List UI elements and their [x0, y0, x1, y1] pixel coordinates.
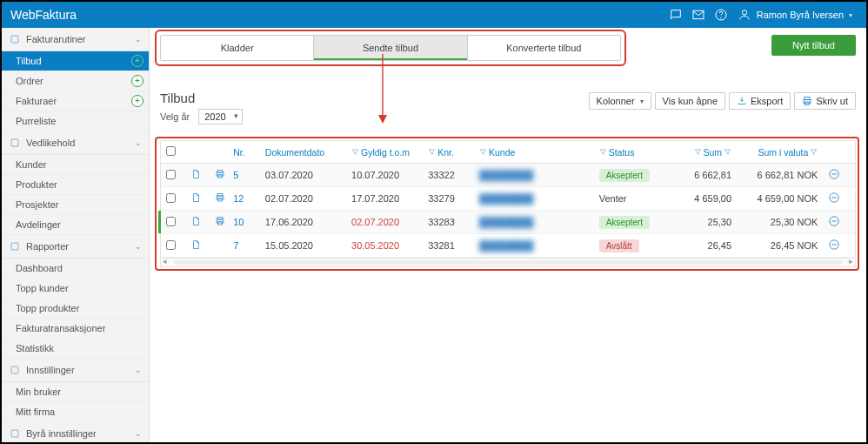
col-status[interactable]: Status — [599, 147, 664, 158]
row-checkbox[interactable] — [166, 240, 176, 250]
export-button[interactable]: Eksport — [729, 92, 791, 110]
sidebar-item-fakturatransaksjoner[interactable]: Fakturatransaksjoner — [2, 319, 149, 339]
cell-nr[interactable]: 12 — [233, 193, 265, 204]
cell-kunde: ████████ — [479, 240, 599, 251]
col-knr[interactable]: Knr. — [428, 147, 479, 158]
svg-rect-5 — [11, 139, 18, 146]
cell-sum: 25,30 — [664, 217, 731, 227]
sidebar-section-byrå-innstillinger[interactable]: Byrå innstillinger⌄ — [2, 422, 149, 444]
chat-icon[interactable] — [664, 3, 687, 26]
sidebar-item-label: Statistikk — [16, 343, 54, 353]
sidebar-item-label: Produkter — [16, 179, 57, 190]
sidebar-section-fakturarutiner[interactable]: Fakturarutiner⌄ — [2, 28, 149, 51]
row-action-icon[interactable] — [818, 215, 850, 229]
new-tilbud-button[interactable]: Nytt tilbud — [771, 35, 856, 56]
horizontal-scrollbar[interactable] — [160, 259, 856, 267]
row-checkbox[interactable] — [166, 170, 176, 179]
row-checkbox[interactable] — [166, 217, 176, 226]
table-row[interactable]: 503.07.202010.07.202033322████████Aksept… — [161, 164, 855, 187]
col-gyldig[interactable]: Gyldig t.o.m — [351, 147, 428, 158]
print-button[interactable]: Skriv ut — [794, 92, 856, 110]
cell-nr[interactable]: 7 — [233, 240, 265, 251]
cell-nr[interactable]: 5 — [233, 170, 265, 180]
sidebar-section-rapporter[interactable]: Rapporter⌄ — [2, 235, 149, 259]
user-menu[interactable]: Ramon Byrå Iversen ▾ — [732, 8, 858, 22]
cell-sum: 26,45 — [664, 240, 731, 251]
cell-dokumentdato: 17.06.2020 — [265, 217, 351, 227]
columns-button[interactable]: Kolonner▾ — [589, 92, 651, 110]
print-icon[interactable] — [206, 169, 233, 181]
mail-icon[interactable] — [687, 3, 710, 26]
sidebar-item-topp-kunder[interactable]: Topp kunder — [2, 279, 149, 299]
sidebar-section-innstillinger[interactable]: Innstillinger⌄ — [2, 359, 149, 382]
sidebar-item-tilbud[interactable]: Tilbud+ — [2, 51, 149, 71]
app-title: WebFaktura — [10, 8, 77, 22]
col-dokumentdato[interactable]: Dokumentdato — [265, 147, 351, 158]
year-label: Velg år — [160, 111, 190, 122]
sidebar-item-kunder[interactable]: Kunder — [2, 155, 149, 175]
document-icon[interactable] — [185, 169, 206, 181]
sidebar-item-min-bruker[interactable]: Min bruker — [2, 382, 149, 402]
sidebar-item-label: Mitt firma — [16, 407, 55, 417]
sidebar-item-mitt-firma[interactable]: Mitt firma — [2, 402, 149, 422]
row-action-icon[interactable] — [818, 168, 850, 182]
sidebar-item-produkter[interactable]: Produkter — [2, 175, 149, 195]
sidebar-item-label: Fakturaer — [16, 96, 57, 106]
sidebar-item-dashboard[interactable]: Dashboard — [2, 259, 149, 279]
print-icon[interactable] — [206, 192, 233, 205]
plus-icon[interactable]: + — [131, 75, 144, 87]
cell-gyldig: 30.05.2020 — [351, 240, 428, 251]
plus-icon[interactable]: + — [131, 55, 144, 67]
grid-toolbar: Kolonner▾ Vis kun åpne Eksport Skriv ut — [589, 92, 856, 110]
invoice-icon — [9, 33, 21, 45]
sidebar-item-fakturaer[interactable]: Fakturaer+ — [2, 91, 149, 111]
sidebar-item-label: Tilbud — [16, 56, 42, 66]
cell-sum: 4 659,00 — [664, 193, 731, 204]
sidebar-section-vedlikehold[interactable]: Vedlikehold⌄ — [2, 131, 149, 155]
sidebar-item-statistikk[interactable]: Statistikk — [2, 339, 149, 359]
main-content: Kladder Sendte tilbud Konverterte tilbud… — [150, 28, 866, 442]
cell-nr[interactable]: 10 — [233, 217, 265, 227]
row-action-icon[interactable] — [818, 192, 850, 205]
document-icon[interactable] — [185, 239, 206, 252]
row-checkbox[interactable] — [166, 193, 176, 203]
col-sum[interactable]: Sum — [664, 147, 731, 158]
table-row[interactable]: 1017.06.202002.07.202033283████████Aksep… — [161, 211, 855, 234]
sidebar-item-prosjekter[interactable]: Prosjekter — [2, 195, 149, 215]
sidebar-item-label: Dashboard — [16, 263, 63, 273]
row-action-icon[interactable] — [818, 239, 850, 252]
cell-status: Akseptert — [599, 169, 664, 182]
topbar: WebFaktura Ramon Byrå Iversen ▾ — [2, 2, 866, 28]
cell-kunde: ████████ — [479, 170, 599, 180]
tab-konverterte[interactable]: Konverterte tilbud — [468, 36, 620, 60]
select-all-checkbox[interactable] — [166, 146, 176, 156]
sidebar-item-avdelinger[interactable]: Avdelinger — [2, 215, 149, 235]
cell-sum-valuta: 4 659,00 NOK — [731, 193, 818, 204]
table-row[interactable]: 1202.07.202017.07.202033279████████Vente… — [161, 187, 855, 211]
print-icon[interactable] — [206, 216, 233, 228]
table-row[interactable]: 715.05.202030.05.202033281████████Avslåt… — [161, 234, 855, 258]
plus-icon[interactable]: + — [131, 95, 144, 107]
sidebar-item-label: Avdelinger — [16, 219, 61, 230]
chart-icon — [9, 240, 21, 252]
col-kunde[interactable]: Kunde — [479, 147, 599, 158]
document-icon[interactable] — [185, 192, 206, 205]
tab-kladder[interactable]: Kladder — [161, 36, 314, 60]
cell-gyldig: 17.07.2020 — [351, 193, 428, 204]
sidebar-item-ordrer[interactable]: Ordrer+ — [2, 71, 149, 91]
chevron-down-icon: ⌄ — [135, 242, 142, 251]
sidebar-item-label: Fakturatransaksjoner — [16, 323, 105, 333]
open-only-button[interactable]: Vis kun åpne — [655, 92, 725, 110]
col-nr[interactable]: Nr. — [233, 147, 265, 158]
document-icon[interactable] — [185, 216, 206, 228]
tab-sendte-tilbud[interactable]: Sendte tilbud — [314, 36, 467, 60]
year-select[interactable]: 2020 — [198, 109, 242, 124]
col-sum-valuta[interactable]: Sum i valuta — [731, 147, 818, 158]
sidebar-item-purreliste[interactable]: Purreliste — [2, 111, 149, 131]
sidebar-item-label: Prosjekter — [16, 199, 59, 210]
sidebar-item-topp-produkter[interactable]: Topp produkter — [2, 299, 149, 319]
svg-rect-0 — [693, 10, 704, 18]
sidebar: Fakturarutiner⌄Tilbud+Ordrer+Fakturaer+P… — [2, 28, 150, 442]
cell-dokumentdato: 15.05.2020 — [265, 240, 351, 251]
help-icon[interactable] — [710, 3, 732, 26]
